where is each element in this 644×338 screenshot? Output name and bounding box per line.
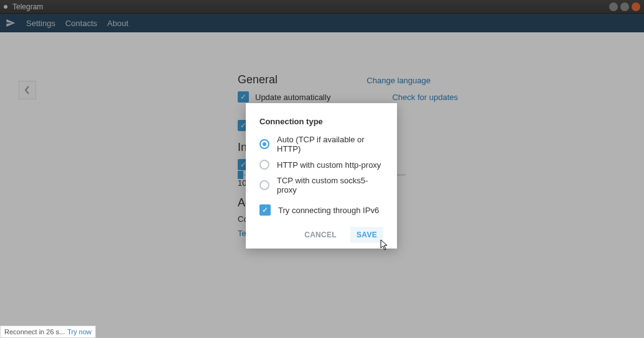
- reconnect-status-bar: Reconnect in 26 s... Try now: [0, 326, 96, 338]
- reconnect-text: Reconnect in 26 s...: [4, 328, 65, 336]
- ipv6-checkbox[interactable]: ✓: [259, 204, 271, 216]
- try-now-link[interactable]: Try now: [67, 328, 91, 336]
- connection-type-dialog: Connection type Auto (TCP if available o…: [246, 103, 397, 249]
- radio-auto[interactable]: [259, 139, 269, 149]
- dialog-title: Connection type: [259, 117, 383, 126]
- radio-socks5[interactable]: [259, 180, 269, 190]
- radio-http[interactable]: [259, 160, 269, 170]
- option-socks5-label: TCP with custom socks5-proxy: [277, 176, 383, 194]
- option-auto-label: Auto (TCP if available or HTTP): [277, 135, 383, 153]
- option-auto[interactable]: Auto (TCP if available or HTTP): [259, 135, 383, 153]
- option-http-proxy[interactable]: HTTP with custom http-proxy: [259, 160, 383, 170]
- option-http-label: HTTP with custom http-proxy: [277, 160, 381, 170]
- cancel-button[interactable]: CANCEL: [302, 227, 339, 243]
- option-socks5-proxy[interactable]: TCP with custom socks5-proxy: [259, 176, 383, 194]
- ipv6-row: ✓ Try connecting through IPv6: [259, 204, 383, 216]
- save-button[interactable]: SAVE: [350, 227, 383, 243]
- dialog-actions: CANCEL SAVE: [259, 227, 383, 243]
- ipv6-label: Try connecting through IPv6: [278, 206, 379, 215]
